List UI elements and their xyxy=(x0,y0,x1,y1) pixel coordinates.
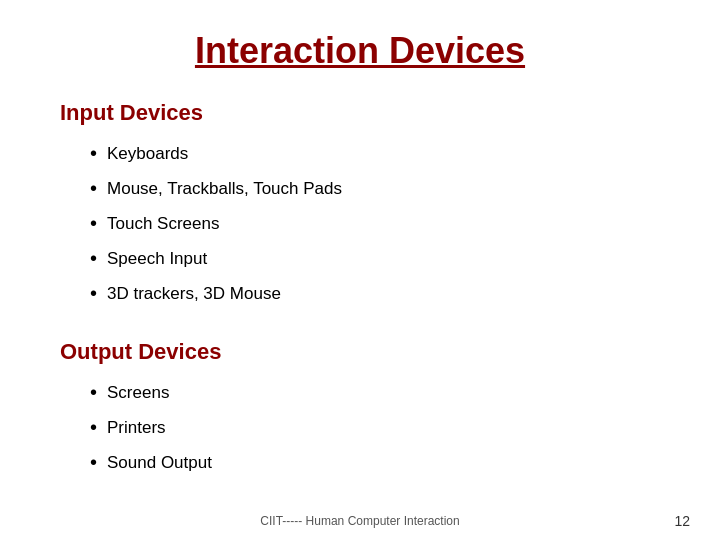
list-item: Mouse, Trackballs, Touch Pads xyxy=(90,171,660,206)
input-devices-section: Input Devices Keyboards Mouse, Trackball… xyxy=(60,100,660,317)
output-devices-section: Output Devices Screens Printers Sound Ou… xyxy=(60,339,660,486)
slide: Interaction Devices Input Devices Keyboa… xyxy=(0,0,720,540)
list-item: 3D trackers, 3D Mouse xyxy=(90,276,660,311)
list-item: Sound Output xyxy=(90,445,660,480)
list-item: Keyboards xyxy=(90,136,660,171)
input-devices-list: Keyboards Mouse, Trackballs, Touch Pads … xyxy=(90,136,660,311)
output-devices-list: Screens Printers Sound Output xyxy=(90,375,660,480)
footer-label: CIIT----- Human Computer Interaction xyxy=(0,514,720,528)
list-item: Touch Screens xyxy=(90,206,660,241)
output-devices-title: Output Devices xyxy=(60,339,660,365)
input-devices-title: Input Devices xyxy=(60,100,660,126)
list-item: Screens xyxy=(90,375,660,410)
list-item: Printers xyxy=(90,410,660,445)
footer: CIIT----- Human Computer Interaction 12 xyxy=(0,514,720,528)
main-title: Interaction Devices xyxy=(60,30,660,72)
footer-page-number: 12 xyxy=(674,513,690,529)
list-item: Speech Input xyxy=(90,241,660,276)
